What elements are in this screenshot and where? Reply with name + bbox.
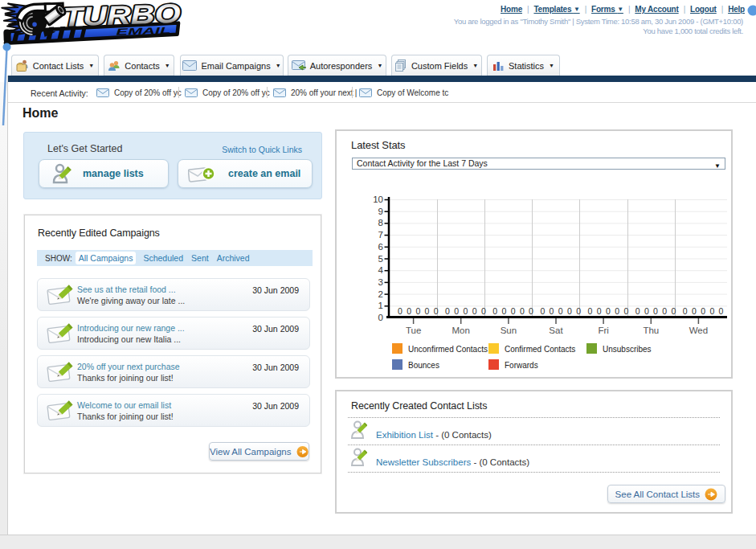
svg-text:0: 0 — [683, 306, 688, 316]
svg-text:Sat: Sat — [549, 326, 563, 335]
svg-text:Tue: Tue — [406, 326, 421, 335]
svg-text:0: 0 — [502, 306, 507, 316]
svg-text:2: 2 — [378, 289, 383, 299]
svg-text:0: 0 — [529, 306, 533, 316]
svg-text:8: 8 — [378, 218, 383, 227]
svg-text:Sun: Sun — [501, 326, 517, 335]
svg-text:Fri: Fri — [598, 326, 608, 335]
svg-text:0: 0 — [662, 306, 667, 316]
svg-text:0: 0 — [445, 306, 450, 316]
svg-text:1: 1 — [378, 301, 383, 310]
svg-text:0: 0 — [635, 306, 640, 316]
svg-text:Thu: Thu — [643, 326, 659, 335]
svg-text:0: 0 — [481, 306, 486, 316]
svg-text:0: 0 — [606, 306, 611, 316]
svg-text:0: 0 — [588, 306, 593, 316]
svg-text:6: 6 — [378, 242, 383, 252]
svg-text:0: 0 — [719, 306, 724, 316]
svg-text:0: 0 — [615, 306, 619, 316]
svg-text:0: 0 — [425, 306, 430, 316]
svg-text:0: 0 — [709, 306, 714, 316]
svg-text:0: 0 — [378, 313, 383, 322]
svg-text:0: 0 — [597, 306, 602, 316]
svg-text:0: 0 — [692, 306, 697, 316]
svg-text:0: 0 — [407, 306, 411, 316]
svg-text:0: 0 — [701, 306, 705, 316]
svg-text:3: 3 — [378, 277, 383, 287]
svg-text:0: 0 — [576, 306, 581, 316]
svg-text:0: 0 — [472, 306, 477, 316]
svg-text:0: 0 — [567, 306, 572, 316]
svg-text:10: 10 — [373, 195, 383, 204]
svg-text:0: 0 — [511, 306, 516, 316]
svg-text:0: 0 — [540, 306, 545, 316]
svg-text:0: 0 — [558, 306, 563, 316]
svg-text:5: 5 — [378, 254, 383, 264]
svg-text:0: 0 — [550, 306, 554, 316]
svg-text:Wed: Wed — [689, 326, 708, 335]
svg-text:Mon: Mon — [452, 326, 470, 335]
svg-text:0: 0 — [434, 306, 439, 316]
svg-text:0: 0 — [464, 306, 468, 316]
svg-text:0: 0 — [653, 306, 658, 316]
svg-text:7: 7 — [378, 230, 383, 240]
svg-text:0: 0 — [623, 306, 628, 316]
svg-text:0: 0 — [454, 306, 459, 316]
svg-text:0: 0 — [398, 306, 403, 316]
svg-text:0: 0 — [492, 306, 497, 316]
svg-text:0: 0 — [415, 306, 420, 316]
svg-text:4: 4 — [378, 265, 384, 275]
svg-text:9: 9 — [378, 207, 383, 216]
svg-text:0: 0 — [644, 306, 649, 316]
svg-text:0: 0 — [672, 306, 676, 316]
svg-text:0: 0 — [520, 306, 525, 316]
